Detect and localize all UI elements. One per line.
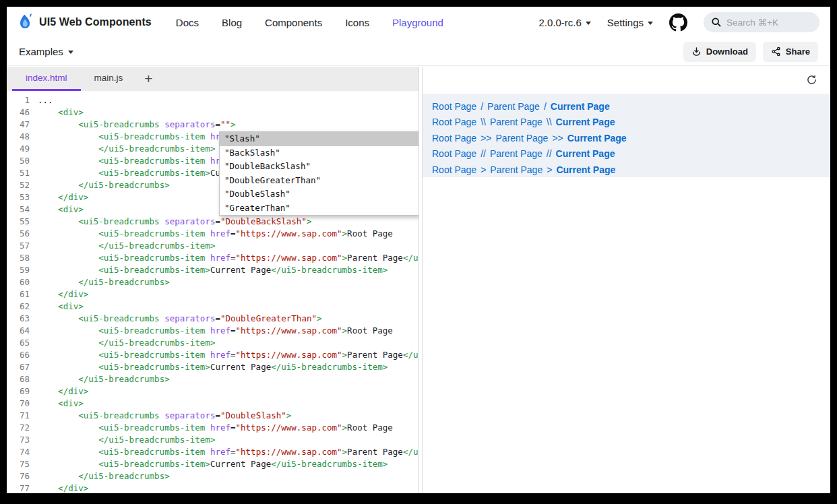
breadcrumb-separator: >> <box>480 133 491 144</box>
preview-pane: Root Page/Parent Page/Current PageRoot P… <box>422 67 830 493</box>
nav-link-components[interactable]: Components <box>265 17 322 28</box>
nav-link-icons[interactable]: Icons <box>345 17 369 28</box>
line-number: 60 <box>7 276 30 288</box>
autocomplete-option[interactable]: "BackSlash" <box>220 146 419 160</box>
line-number: 70 <box>7 398 30 410</box>
breadcrumb-link[interactable]: Root Page <box>432 164 476 175</box>
add-tab-button[interactable]: + <box>136 67 160 91</box>
download-button[interactable]: Download <box>683 42 756 62</box>
breadcrumb-example-row: Root Page\\Parent Page\\Current Page <box>432 115 821 131</box>
line-number: 52 <box>7 179 30 191</box>
autocomplete-option[interactable]: "Slash" <box>220 132 419 146</box>
breadcrumb-current-page: Current Page <box>556 164 615 175</box>
code-line-67[interactable]: 67 <ui5-breadcrumbs-item>Current Page</u… <box>7 361 418 373</box>
line-number: 53 <box>7 191 30 203</box>
code-line-74[interactable]: 74 <ui5-breadcrumbs-item href="https://w… <box>7 446 418 458</box>
line-number: 47 <box>7 119 30 131</box>
code-line-77[interactable]: 77 </div> <box>7 482 418 493</box>
settings-dropdown[interactable]: Settings <box>607 17 653 28</box>
share-button[interactable]: Share <box>763 42 818 62</box>
breadcrumb-link[interactable]: Root Page <box>432 101 476 112</box>
autocomplete-option[interactable]: "DoubleSlash" <box>220 187 419 201</box>
code-text: <div> <box>38 106 84 119</box>
code-line-66[interactable]: 66 <ui5-breadcrumbs-item href="https://w… <box>7 349 418 361</box>
code-text: </div> <box>38 482 88 493</box>
breadcrumb-link[interactable]: Root Page <box>432 148 476 159</box>
line-number: 63 <box>7 313 30 325</box>
line-number: 65 <box>7 337 30 349</box>
autocomplete-option[interactable]: "DoubleBackSlash" <box>220 160 419 174</box>
search-input[interactable]: Search ⌘+K <box>704 12 819 32</box>
line-number: 72 <box>7 422 30 434</box>
nav-link-blog[interactable]: Blog <box>222 17 242 28</box>
code-line-65[interactable]: 65 </ui5-breadcrumbs-item> <box>7 337 418 349</box>
code-line-75[interactable]: 75 <ui5-breadcrumbs-item>Current Page</u… <box>7 458 418 470</box>
breadcrumb-link[interactable]: Root Page <box>432 117 476 127</box>
examples-dropdown[interactable]: Examples <box>19 46 73 57</box>
code-text: <ui5-breadcrumbs separators=""> <box>38 119 236 131</box>
line-number: 51 <box>7 167 30 179</box>
code-text: </ui5-breadcrumbs> <box>38 470 170 482</box>
line-number: 48 <box>7 131 30 143</box>
search-placeholder: Search ⌘+K <box>726 17 778 28</box>
code-line-46[interactable]: 46 <div> <box>7 106 418 119</box>
line-number: 56 <box>7 228 30 240</box>
breadcrumb-separator: / <box>544 101 547 112</box>
breadcrumb-current-page: Current Page <box>556 148 615 159</box>
editor-tabs: index.htmlmain.js <box>12 67 136 91</box>
brand-title: UI5 Web Components <box>39 16 152 28</box>
code-line-72[interactable]: 72 <ui5-breadcrumbs-item href="https://w… <box>7 422 418 434</box>
breadcrumb-link[interactable]: Parent Page <box>490 117 542 127</box>
settings-label: Settings <box>607 17 644 28</box>
nav-link-playground[interactable]: Playground <box>392 17 443 28</box>
autocomplete-option[interactable]: "GreaterThan" <box>220 201 419 216</box>
breadcrumb-link[interactable]: Parent Page <box>487 101 540 112</box>
version-dropdown[interactable]: 2.0.0-rc.6 <box>538 17 590 28</box>
download-label: Download <box>706 46 748 57</box>
github-icon[interactable] <box>669 13 687 32</box>
code-text: <ui5-breadcrumbs-item>Current Page</ui5-… <box>38 361 388 373</box>
code-line-64[interactable]: 64 <ui5-breadcrumbs-item href="https://w… <box>7 325 418 337</box>
breadcrumb-link[interactable]: Parent Page <box>490 148 542 159</box>
breadcrumb-example-row: Root Page//Parent Page//Current Page <box>432 146 821 162</box>
breadcrumb-link[interactable]: Parent Page <box>490 164 542 175</box>
code-text: </ui5-breadcrumbs-item> <box>38 240 215 252</box>
breadcrumb-separator: > <box>480 164 486 175</box>
line-number: 58 <box>7 252 30 264</box>
editor-tab-main.js[interactable]: main.js <box>81 67 137 91</box>
breadcrumb-link[interactable]: Parent Page <box>496 133 549 144</box>
code-line-68[interactable]: 68 </ui5-breadcrumbs> <box>7 373 418 385</box>
code-line-62[interactable]: 62 <div> <box>7 301 418 313</box>
code-line-47[interactable]: 47 <ui5-breadcrumbs separators=""> <box>7 119 418 131</box>
refresh-button[interactable] <box>806 74 818 86</box>
code-line-58[interactable]: 58 <ui5-breadcrumbs-item href="https://w… <box>7 252 418 264</box>
editor-tab-index.html[interactable]: index.html <box>12 67 81 91</box>
code-text: </ui5-breadcrumbs> <box>38 179 170 191</box>
code-text: </div> <box>38 288 88 301</box>
code-line-76[interactable]: 76 </ui5-breadcrumbs> <box>7 470 418 482</box>
code-line-57[interactable]: 57 </ui5-breadcrumbs-item> <box>7 240 418 252</box>
nav-link-docs[interactable]: Docs <box>176 17 199 28</box>
code-text: <div> <box>38 203 84 216</box>
code-line-60[interactable]: 60 </ui5-breadcrumbs> <box>7 276 418 288</box>
autocomplete-option[interactable]: "DoubleGreaterThan" <box>220 174 419 188</box>
line-number: 74 <box>7 446 30 458</box>
code-line-73[interactable]: 73 </ui5-breadcrumbs-item> <box>7 434 418 446</box>
code-line-61[interactable]: 61 </div> <box>7 288 418 301</box>
code-line-59[interactable]: 59 <ui5-breadcrumbs-item>Current Page</u… <box>7 264 418 276</box>
code-text: </ui5-breadcrumbs> <box>38 373 170 385</box>
code-line-70[interactable]: 70 <div> <box>7 398 418 410</box>
breadcrumb-separator: // <box>547 148 552 159</box>
version-label: 2.0.0-rc.6 <box>538 17 581 28</box>
code-text: <div> <box>38 398 84 410</box>
code-line-1[interactable]: 1... <box>7 94 418 106</box>
code-text: <ui5-breadcrumbs-item>Current Page</ui5-… <box>38 458 388 470</box>
code-line-55[interactable]: 55 <ui5-breadcrumbs separators="DoubleBa… <box>7 216 418 228</box>
line-number: 61 <box>7 288 30 301</box>
brand-home-link[interactable]: UI5 Web Components <box>18 13 152 31</box>
code-line-63[interactable]: 63 <ui5-breadcrumbs separators="DoubleGr… <box>7 313 418 325</box>
breadcrumb-link[interactable]: Root Page <box>432 133 476 144</box>
code-line-69[interactable]: 69 </div> <box>7 385 418 398</box>
code-line-56[interactable]: 56 <ui5-breadcrumbs-item href="https://w… <box>7 228 418 240</box>
code-line-71[interactable]: 71 <ui5-breadcrumbs separators="DoubleSl… <box>7 410 418 422</box>
